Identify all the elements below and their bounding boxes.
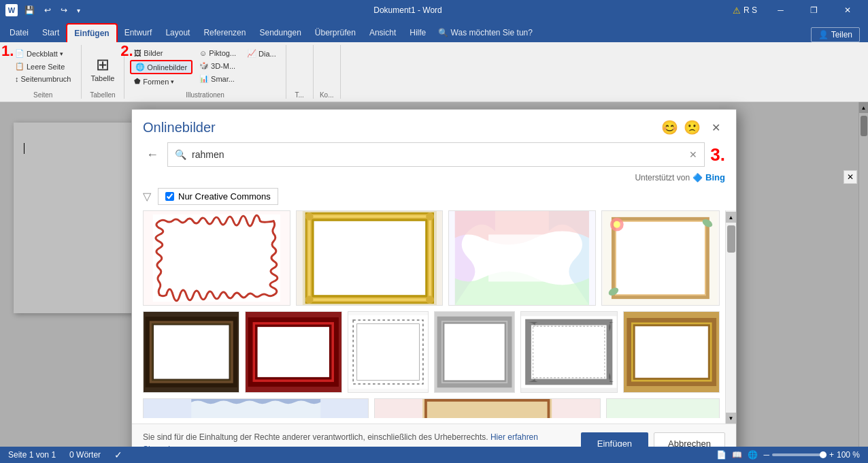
svg-rect-48 xyxy=(423,399,552,418)
zoom-slider[interactable] xyxy=(772,453,827,456)
read-view-icon[interactable]: 📖 xyxy=(732,450,742,460)
dialog-scroll-down[interactable]: ▼ xyxy=(726,413,737,424)
bing-logo-icon: 🔷 xyxy=(692,173,703,182)
creative-commons-checkbox[interactable] xyxy=(165,192,174,201)
tab-entwurf[interactable]: Entwurf xyxy=(118,23,159,42)
formen-button[interactable]: ⬟ Formen▾ xyxy=(130,76,193,87)
frame-svg-9 xyxy=(521,312,616,392)
tab-uberpruefen[interactable]: Überprüfen xyxy=(308,23,363,42)
dialog-close-button[interactable]: ✕ xyxy=(706,118,725,137)
frame-thumb-7[interactable] xyxy=(348,311,429,393)
search-input[interactable] xyxy=(192,149,684,160)
deckblatt-icon: 📄 xyxy=(15,49,24,58)
tab-search[interactable]: 🔍 Was möchten Sie tun? xyxy=(433,23,538,42)
tab-sendungen[interactable]: Sendungen xyxy=(252,23,307,42)
zoom-out-button[interactable]: ─ xyxy=(763,450,769,460)
print-view-icon[interactable]: 📄 xyxy=(716,450,727,460)
bilder-button[interactable]: 🖼 Bilder xyxy=(130,48,193,59)
frame-thumb-6[interactable] xyxy=(245,311,341,393)
tab-referenzen[interactable]: Referenzen xyxy=(197,23,252,42)
dialog-scroll-up[interactable]: ▲ xyxy=(726,212,737,223)
bing-logo-text: Bing xyxy=(705,172,725,182)
zoom-in-button[interactable]: + xyxy=(829,450,834,460)
qat-undo[interactable]: ↩ xyxy=(41,4,54,16)
page-break-icon: ↕ xyxy=(15,75,19,83)
proofing-icon[interactable]: ✓ xyxy=(114,449,122,460)
tab-hilfe[interactable]: Hilfe xyxy=(403,23,433,42)
title-bar-left: W 💾 ↩ ↪ ▾ xyxy=(5,4,83,16)
svg-point-18 xyxy=(614,221,620,228)
step1-badge: 1. xyxy=(1,42,14,60)
seitennumbruch-button[interactable]: ↕ Seitenumbruch xyxy=(11,74,76,84)
step3-badge: 3. xyxy=(710,144,725,165)
main-area: ▲ Onlinebilder 😊 🙁 ✕ ← 🔍 ✕ xyxy=(0,102,868,447)
frame-thumb-4[interactable] xyxy=(601,210,720,306)
page-info: Seite 1 von 1 xyxy=(8,450,56,460)
frame-svg-8 xyxy=(435,312,514,392)
back-button[interactable]: ← xyxy=(143,145,162,164)
frame-thumb-3[interactable] xyxy=(448,210,596,306)
tab-start[interactable]: Start xyxy=(35,23,66,42)
restore-button[interactable]: ❐ xyxy=(799,0,829,20)
filter-icon[interactable]: ▽ xyxy=(143,190,151,203)
frame-thumb-11[interactable] xyxy=(143,398,369,418)
tab-einfuegen[interactable]: Einfügen xyxy=(66,23,117,42)
dialog-scroll-thumb[interactable] xyxy=(727,225,735,253)
dialog-header-controls: 😊 🙁 ✕ xyxy=(661,118,725,137)
3d-icon: 🎲 xyxy=(199,61,209,70)
frame-svg-7 xyxy=(348,312,428,392)
tab-ansicht[interactable]: Ansicht xyxy=(363,23,403,42)
image-row-3 xyxy=(143,398,720,418)
qat-dropdown[interactable]: ▾ xyxy=(74,5,83,16)
frame-thumb-1[interactable] xyxy=(143,210,290,306)
share-button[interactable]: 👤 Teilen xyxy=(811,27,860,42)
warning-icon: ⚠ xyxy=(733,5,741,16)
seiten-buttons: 📄 Deckblatt▾ 📋 Leere Seite ↕ Seitenumbru… xyxy=(11,48,76,84)
close-button[interactable]: ✕ xyxy=(832,0,863,20)
web-view-icon[interactable]: 🌐 xyxy=(748,450,758,460)
frame-thumb-8[interactable] xyxy=(434,311,515,393)
group-tabellen: ⊞ Tabelle Tabellen xyxy=(82,45,125,99)
emoji-sad[interactable]: 🙁 xyxy=(684,119,701,135)
dialog-images-area: ▲ ▼ xyxy=(132,210,736,424)
zoom-level: 100 % xyxy=(837,450,860,460)
frame-thumb-13[interactable] xyxy=(606,398,720,418)
frame-thumb-12[interactable] xyxy=(374,398,600,418)
tabelle-button[interactable]: ⊞ Tabelle xyxy=(87,52,119,85)
3dm-button[interactable]: 🎲 3D-M... xyxy=(195,60,240,71)
smartart-button[interactable]: 📊 Smar... xyxy=(195,73,240,84)
user-initials: R S xyxy=(744,5,757,15)
deckblatt-button[interactable]: 📄 Deckblatt▾ xyxy=(11,48,76,59)
tab-datei[interactable]: Datei xyxy=(3,23,35,42)
dialog-scrollbar[interactable]: ▲ ▼ xyxy=(725,210,736,424)
dialog-search-row: ← 🔍 ✕ 3. xyxy=(132,137,736,172)
word-logo: W xyxy=(5,4,18,16)
group-tabellen-label: Tabellen xyxy=(90,91,115,99)
svg-rect-39 xyxy=(529,322,610,382)
frame-svg-2 xyxy=(297,211,443,305)
svg-rect-30 xyxy=(348,315,428,389)
right-panel-close[interactable]: ✕ xyxy=(844,170,857,184)
tab-layout[interactable]: Layout xyxy=(158,23,197,42)
qat-redo[interactable]: ↪ xyxy=(58,4,70,16)
leere-seite-button[interactable]: 📋 Leere Seite xyxy=(11,61,76,72)
frame-thumb-5[interactable] xyxy=(143,311,239,393)
status-bar: Seite 1 von 1 0 Wörter ✓ 📄 📖 🌐 ─ + 100 % xyxy=(0,447,868,463)
svg-rect-27 xyxy=(253,322,334,382)
zoom-thumb[interactable] xyxy=(820,451,827,458)
search-clear-icon[interactable]: ✕ xyxy=(689,149,697,160)
creative-commons-filter[interactable]: Nur Creative Commons xyxy=(158,188,278,205)
frame-thumb-10[interactable] xyxy=(623,311,720,393)
frame-thumb-2[interactable] xyxy=(296,210,444,306)
piktog-button[interactable]: ☺ Piktog... xyxy=(195,48,240,59)
table-icon: ⊞ xyxy=(96,55,110,74)
frame-svg-5 xyxy=(144,312,239,392)
emoji-happy[interactable]: 😊 xyxy=(661,119,678,135)
search-icon: 🔍 xyxy=(175,149,186,160)
dia-button[interactable]: 📈 Dia... xyxy=(243,48,280,59)
qat-save[interactable]: 💾 xyxy=(22,4,37,16)
frame-thumb-9[interactable] xyxy=(520,311,617,393)
minimize-button[interactable]: ─ xyxy=(765,0,796,20)
svg-rect-34 xyxy=(441,320,508,384)
onlinebilder-button[interactable]: 🌐 Onlinebilder xyxy=(130,60,193,74)
